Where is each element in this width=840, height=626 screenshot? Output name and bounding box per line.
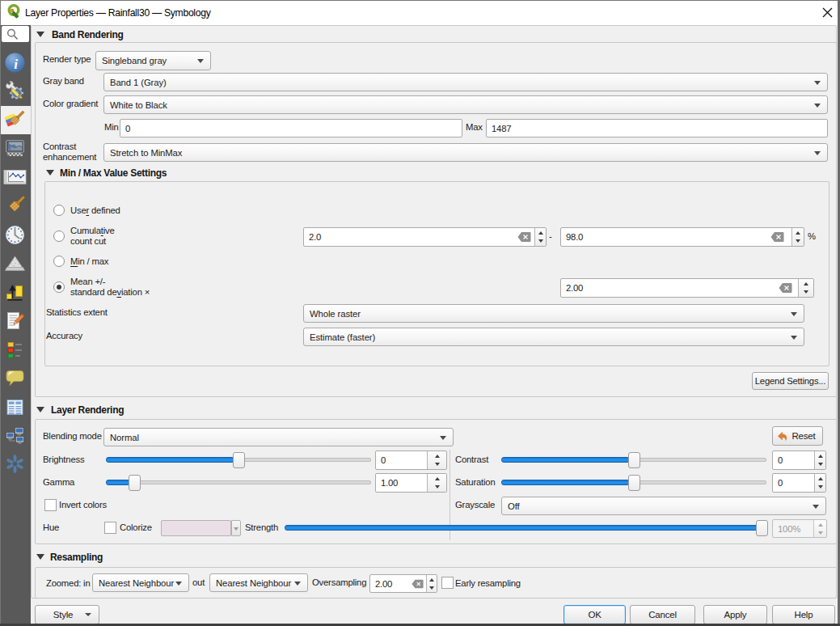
svg-text:i: i (14, 57, 18, 72)
